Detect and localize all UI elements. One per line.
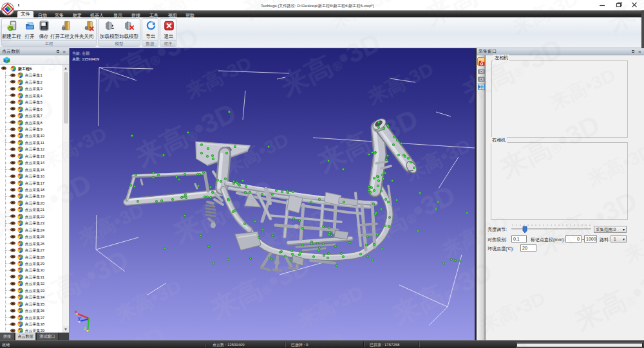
svg-text:点数: 13599409: 点数: 13599409 [72, 57, 100, 61]
svg-text:x: x [75, 309, 77, 314]
svg-text:当前: 全部: 当前: 全部 [72, 51, 90, 56]
svg-text:z: z [84, 326, 86, 331]
svg-text:y: y [78, 316, 80, 321]
